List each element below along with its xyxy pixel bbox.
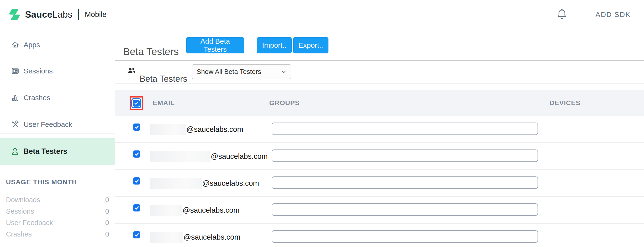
export-button[interactable]: Export.. [293,37,328,53]
usage-value: 0 [105,230,109,238]
email-cell: @saucelabs.com [150,232,240,243]
email-cell: @saucelabs.com [150,205,240,216]
sidebar-item-label: Apps [24,41,40,49]
usage-row-sessions: Sessions 0 [6,206,109,217]
saucelabs-logo-icon [8,8,21,21]
groups-input[interactable] [272,150,538,162]
notifications-bell-icon[interactable] [556,8,568,20]
section-title: Beta Testers [140,74,187,84]
page-title: Beta Testers [123,46,179,57]
brand-logo[interactable]: SauceLabs Mobile [8,0,106,29]
usage-row-user-feedback: User Feedback 0 [6,217,109,229]
sidebar-item-label: User Feedback [24,120,72,129]
usage-value: 0 [105,219,109,227]
row-checkbox[interactable] [133,123,140,131]
column-header-groups[interactable]: GROUPS [269,90,300,116]
sidebar: Apps Sessions Crashes [0,29,116,247]
column-header-devices[interactable]: DEVICES [550,90,580,116]
add-beta-testers-button[interactable]: Add Beta Testers [186,37,244,53]
beta-testers-filter-select[interactable]: Show All Beta Testers [192,64,291,79]
email-cell: @saucelabs.com [150,178,259,189]
table-row: @saucelabs.com [115,224,644,247]
email-cell: @saucelabs.com [150,124,243,135]
email-domain-text: @saucelabs.com [211,152,268,161]
sidebar-item-beta-testers[interactable]: Beta Testers [0,138,115,165]
usage-value: 0 [105,196,109,204]
brand-product-label: Mobile [85,10,106,19]
brand-separator [78,9,79,20]
redacted-email-username [150,178,202,189]
sidebar-item-label: Sessions [24,67,53,75]
sidebar-item-label: Beta Testers [24,147,67,156]
usage-label: Downloads [6,196,40,204]
sidebar-divider [0,133,115,134]
highlight-box [130,96,143,110]
home-icon [11,41,19,49]
email-domain-text: @saucelabs.com [182,206,240,215]
main-content: Beta Testers Add Beta Testers Import.. E… [115,29,644,247]
usage-title: USAGE THIS MONTH [6,178,109,186]
row-checkbox[interactable] [133,150,140,158]
saucelabs-mobile-app: SauceLabs Mobile ADD SDK Apps [0,0,644,247]
table-row: @saucelabs.com [115,143,644,170]
row-checkbox[interactable] [133,204,140,212]
sidebar-item-apps[interactable]: Apps [0,32,115,58]
redacted-email-username [150,124,186,135]
table-header: EMAIL GROUPS DEVICES [115,90,644,116]
email-domain-text: @saucelabs.com [186,125,243,134]
groups-input[interactable] [272,176,538,189]
brand-text: SauceLabs [25,9,72,20]
email-domain-text: @saucelabs.com [202,179,259,188]
top-bar: SauceLabs Mobile ADD SDK [0,0,644,29]
usage-value: 0 [105,208,109,215]
sidebar-item-crashes[interactable]: Crashes [0,85,115,111]
usage-label: Crashes [6,230,32,238]
usage-label: User Feedback [6,219,53,227]
email-domain-text: @saucelabs.com [184,233,240,242]
usage-panel: USAGE THIS MONTH Downloads 0 Sessions 0 … [6,178,109,240]
import-button[interactable]: Import.. [257,37,292,53]
sidebar-item-label: Crashes [24,94,50,102]
section-divider [115,60,644,61]
groups-input[interactable] [272,230,538,243]
row-checkbox[interactable] [133,177,140,185]
email-cell: @saucelabs.com [150,151,268,162]
tools-icon [11,120,19,129]
filter-selected-value: Show All Beta Testers [197,68,281,76]
table-row: @saucelabs.com [115,170,644,197]
safe-icon [11,67,19,75]
table-row: @saucelabs.com [115,116,644,143]
checkbox-checked-icon [133,100,140,107]
redacted-email-username [150,232,183,243]
redacted-email-username [150,151,210,162]
people-icon [128,67,136,74]
groups-input[interactable] [272,123,538,135]
column-header-email[interactable]: EMAIL [153,90,175,116]
usage-label: Sessions [6,208,34,215]
sidebar-item-sessions[interactable]: Sessions [0,58,115,84]
groups-input[interactable] [272,203,538,216]
usage-row-crashes: Crashes 0 [6,229,109,240]
chevron-down-icon [281,69,287,75]
add-sdk-button[interactable]: ADD SDK [596,10,631,18]
sidebar-item-user-feedback[interactable]: User Feedback [0,111,115,138]
table-row: @saucelabs.com [115,197,644,224]
person-icon [11,147,19,156]
row-checkbox[interactable] [133,231,140,239]
beta-testers-table-body: @saucelabs.com @saucelabs.com [115,116,644,247]
table-top-divider [115,83,644,84]
usage-row-downloads: Downloads 0 [6,194,109,206]
redacted-email-username [150,205,182,216]
select-all-checkbox[interactable] [131,98,141,108]
bar-chart-icon [11,94,19,102]
